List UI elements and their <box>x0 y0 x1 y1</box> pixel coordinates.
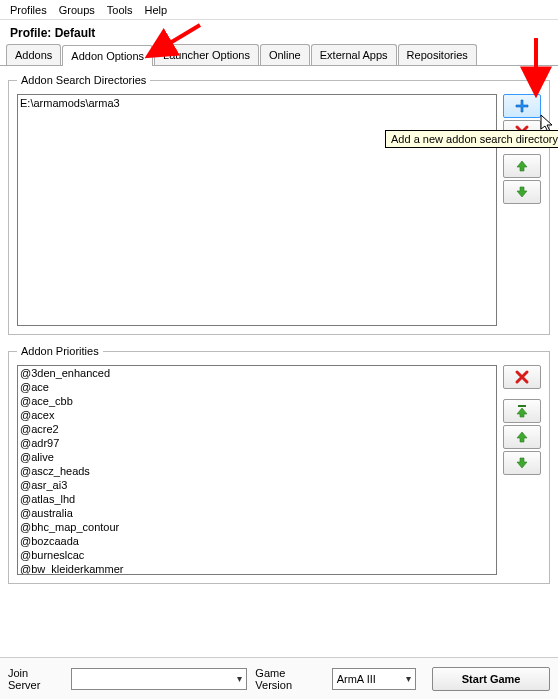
plus-icon <box>514 98 530 114</box>
list-item[interactable]: @bozcaada <box>20 534 494 548</box>
list-item[interactable]: @alive <box>20 450 494 464</box>
up-icon <box>514 429 530 445</box>
move-directory-up-button[interactable] <box>503 154 541 178</box>
list-item[interactable]: @acex <box>20 408 494 422</box>
profile-label-text: Profile: <box>10 26 51 40</box>
menu-help[interactable]: Help <box>138 2 173 18</box>
game-version-dropdown[interactable]: ArmA III ▾ <box>332 668 417 690</box>
list-item[interactable]: @acre2 <box>20 422 494 436</box>
tab-bar: Addons Addon Options Launcher Options On… <box>0 44 558 66</box>
down-icon <box>514 184 530 200</box>
search-dir-buttons <box>503 94 541 326</box>
list-item[interactable]: @ascz_heads <box>20 464 494 478</box>
chevron-down-icon: ▾ <box>406 673 411 684</box>
search-directories-legend: Addon Search Directories <box>17 74 150 86</box>
list-item[interactable]: @burneslcac <box>20 548 494 562</box>
search-directories-group: Addon Search Directories E:\armamods\arm… <box>8 74 550 335</box>
menubar: Profiles Groups Tools Help <box>0 0 558 20</box>
tab-addon-options[interactable]: Addon Options <box>62 45 153 66</box>
game-version-value: ArmA III <box>337 673 376 685</box>
move-priority-top-button[interactable] <box>503 399 541 423</box>
list-item[interactable]: @ace_cbb <box>20 394 494 408</box>
chevron-down-icon: ▾ <box>237 673 242 684</box>
move-priority-down-button[interactable] <box>503 451 541 475</box>
priorities-group: Addon Priorities @3den_enhanced @ace @ac… <box>8 345 550 584</box>
tab-addons[interactable]: Addons <box>6 44 61 65</box>
x-icon <box>514 369 530 385</box>
move-directory-down-button[interactable] <box>503 180 541 204</box>
list-item[interactable]: @3den_enhanced <box>20 366 494 380</box>
tab-online[interactable]: Online <box>260 44 310 65</box>
menu-profiles[interactable]: Profiles <box>4 2 53 18</box>
svg-rect-0 <box>518 405 526 407</box>
start-game-button[interactable]: Start Game <box>432 667 550 691</box>
menu-groups[interactable]: Groups <box>53 2 101 18</box>
join-server-dropdown[interactable]: ▾ <box>71 668 248 690</box>
priorities-list[interactable]: @3den_enhanced @ace @ace_cbb @acex @acre… <box>17 365 497 575</box>
priority-buttons <box>503 365 541 575</box>
tab-launcher-options[interactable]: Launcher Options <box>154 44 259 65</box>
add-directory-tooltip: Add a new addon search directory <box>385 130 558 148</box>
list-item[interactable]: @australia <box>20 506 494 520</box>
menu-tools[interactable]: Tools <box>101 2 139 18</box>
profile-name: Default <box>55 26 96 40</box>
list-item[interactable]: @adr97 <box>20 436 494 450</box>
profile-label: Profile: Default <box>0 20 558 44</box>
search-directories-list[interactable]: E:\armamods\arma3 <box>17 94 497 326</box>
move-priority-up-button[interactable] <box>503 425 541 449</box>
up-icon <box>514 158 530 174</box>
list-item[interactable]: @atlas_lhd <box>20 492 494 506</box>
list-item[interactable]: @asr_ai3 <box>20 478 494 492</box>
list-item[interactable]: @bw_kleiderkammer <box>20 562 494 575</box>
down-icon <box>514 455 530 471</box>
search-directory-item[interactable]: E:\armamods\arma3 <box>20 97 494 109</box>
tab-external-apps[interactable]: External Apps <box>311 44 397 65</box>
add-directory-button[interactable] <box>503 94 541 118</box>
bottom-bar: Join Server ▾ Game Version ArmA III ▾ St… <box>0 657 558 699</box>
list-item[interactable]: @ace <box>20 380 494 394</box>
list-item[interactable]: @bhc_map_contour <box>20 520 494 534</box>
game-version-label: Game Version <box>255 667 323 691</box>
join-server-label: Join Server <box>8 667 63 691</box>
tab-repositories[interactable]: Repositories <box>398 44 477 65</box>
priorities-legend: Addon Priorities <box>17 345 103 357</box>
top-icon <box>514 403 530 419</box>
remove-priority-button[interactable] <box>503 365 541 389</box>
